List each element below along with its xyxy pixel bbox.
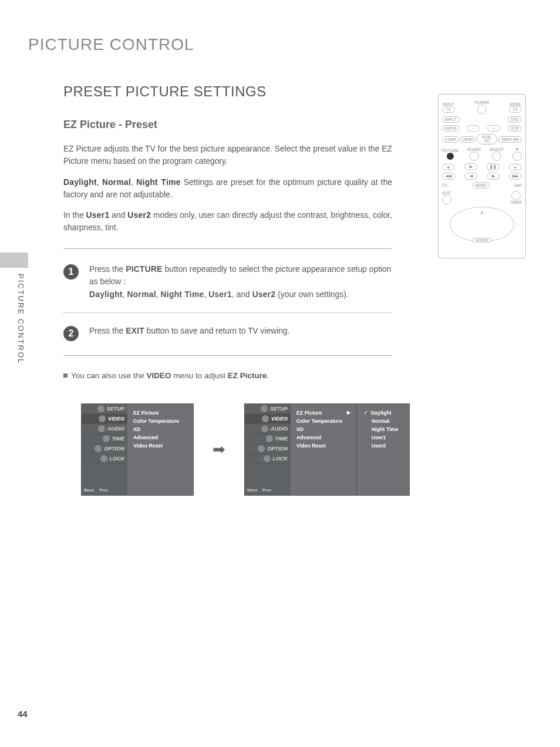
remote-btn-menu: MENU [473,182,490,189]
osd-main-1: EZ Picture Color Temperature XD Advanced… [127,404,193,495]
audio-icon [261,425,268,432]
remote-btn-rgbpc: RGB-PC [477,134,497,144]
remote-btn-simplink: SIMPLINK [498,136,522,143]
setup-icon [261,405,268,412]
osd-illustration-row: SETUP VIDEO AUDIO TIME OPTION LOCK MoveP… [81,403,392,496]
osd-menu-1: SETUP VIDEO AUDIO TIME OPTION LOCK MoveP… [81,403,194,496]
menu-video: VIDEO [147,371,171,380]
sub-title: PRESET PICTURE SETTINGS [63,83,392,100]
remote-label-mode: MODE [509,102,522,106]
section-title: EZ Picture - Preset [63,119,392,131]
remote-btn-comp: COMP [442,136,459,143]
osd-item-videoreset: Video Reset [296,442,350,450]
remote-btn-hdmi: HDMI [460,136,475,143]
osd-item-colortemp: Color Temperature [296,417,350,425]
btn-picture: PICTURE [126,265,163,274]
osd-tab-time: TIME [245,434,291,444]
page-number: 44 [18,709,28,719]
remote-label-power: POWER [456,100,508,105]
step-1: 1 Press the PICTURE button repeatedly to… [63,263,392,301]
preset-nighttime: Night Time [136,178,180,187]
remote-btn-vcr: VCR [508,125,522,132]
remote-btn-minus: − [467,125,480,132]
time-icon [103,435,110,442]
osd-main-2: EZ Picture▶ Color Temperature XD Advance… [291,404,356,495]
remote-btn-enter: ENTER [473,238,491,243]
note: You can also use the VIDEO menu to adjus… [63,371,392,380]
osd-tab-audio: AUDIO [82,424,127,434]
osd-sub-nighttime: Night Time [364,425,402,433]
remote-btn-plus: + [487,125,500,132]
bullet-icon [63,374,68,378]
osd-tab-video: VIDEO [82,414,127,424]
option-icon [95,445,102,452]
remote-btn-stop: ■ [442,164,455,170]
mode-user1: User1 [86,211,110,220]
video-icon [262,415,269,422]
remote-btn-picture [447,153,454,160]
osd-tab-setup: SETUP [82,404,127,414]
remote-btn-play: ▶ [464,163,477,170]
preset-normal: Normal [102,178,131,187]
remote-diagram: INPUTTV POWER MODETV INPUT DVD RATIO − +… [438,94,526,258]
osd-tab-video: VIDEO [245,414,291,424]
mode-user2: User2 [127,211,151,220]
remote-btn-adjust [492,152,501,161]
intro-para-2: Daylight, Normal, Night Time Settings ar… [63,176,392,201]
remote-btn-sound [470,152,479,161]
remote-btn-tv: TV [442,106,455,113]
dotted-divider [63,312,392,313]
osd-footer-prev: Prev [262,488,271,492]
osd-item-advanced: Advanced [296,433,350,442]
lock-icon [100,455,107,462]
audio-icon [98,425,105,432]
remote-btn-fwd: ▶ [487,173,500,180]
remote-btn-ratio: RATIO [442,125,459,132]
setup-icon [97,405,104,412]
step-badge-2: 2 [63,326,79,341]
osd-sub-user2: User2 [364,442,402,450]
osd-footer-move: Move [247,488,258,492]
intro-para-3: In the User1 and User2 modes only, user … [63,209,392,234]
remote-btn-pause: ❚❚ [487,163,500,170]
osd-submenu: Daylight Normal Night Time User1 User2 [356,404,409,495]
remote-btn-star [512,152,522,161]
step-badge-1: 1 [63,264,79,280]
osd-sidebar-2: SETUP VIDEO AUDIO TIME OPTION LOCK MoveP… [245,404,291,495]
remote-label-star: ★ [512,147,522,152]
osd-item-ezpicture: EZ Picture [133,409,187,417]
video-icon [99,415,106,422]
osd-footer-move: Move [84,488,95,492]
remote-btn-prev: ◀◀ [442,173,455,180]
option-icon [258,445,265,452]
remote-btn-input: INPUT [442,116,460,123]
divider [63,248,392,249]
remote-label-input: INPUT [442,102,455,106]
remote-btn-timer [511,191,521,200]
osd-tab-audio: AUDIO [245,424,291,434]
remote-btn-rec: ● [509,164,522,170]
divider-2 [63,355,392,356]
remote-label-picture: PICTURE [442,149,459,153]
osd-sidebar-1: SETUP VIDEO AUDIO TIME OPTION LOCK MoveP… [82,404,127,495]
osd-tab-time: TIME [82,434,127,444]
osd-footer-prev: Prev [99,488,108,492]
remote-label-sap: SAP [514,183,522,187]
osd-item-ezpicture-sel: EZ Picture▶ [296,409,350,417]
osd-sub-normal: Normal [364,417,402,425]
btn-exit: EXIT [126,327,144,335]
remote-label-sound: SOUND [467,147,481,152]
remote-btn-next: ▶▶ [509,173,522,180]
remote-label-exit: EXIT [442,191,451,195]
osd-tab-option: OPTION [82,444,127,454]
time-icon [266,435,273,442]
remote-btn-dvd: DVD [508,116,522,123]
preset-daylight: Daylight [63,178,97,187]
chevron-right-icon: ▶ [347,410,350,415]
osd-item-advanced: Advanced [133,433,187,442]
osd-item-colortemp: Color Temperature [133,417,187,425]
arrow-icon: ➡ [212,440,225,459]
osd-sub-user1: User1 [364,433,402,442]
remote-btn-rew: ◀ [464,173,477,180]
remote-label-cc: CC [442,183,447,187]
